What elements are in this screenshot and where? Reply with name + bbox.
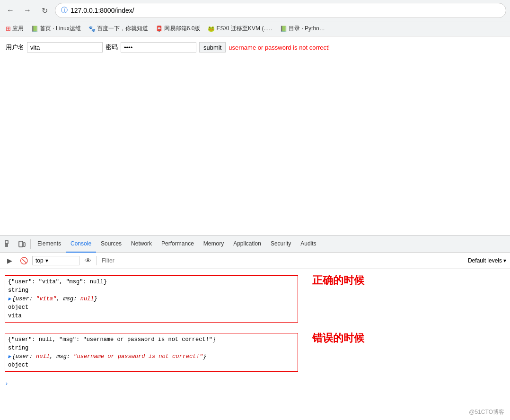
username-label: 用户名: [6, 43, 24, 52]
book-icon-2: 📗: [280, 26, 287, 32]
correct-console-section: {"user": "vita", "msg": null} string ▶{u…: [5, 275, 298, 323]
correct-line-3: ▶{user: "vita", msg: null}: [8, 295, 295, 303]
page-content: 用户名 密码 submit username or password is no…: [0, 36, 510, 235]
error-message: username or password is not correct!: [229, 44, 330, 51]
tab-security[interactable]: Security: [266, 236, 296, 253]
correct-label: 正确的时候: [312, 271, 364, 288]
correct-section-wrapper: {"user": "vita", "msg": null} string ▶{u…: [0, 271, 510, 326]
browser-chrome: ← → ↻ ⓘ 127.0.0.1:8000/index/ ⊞ 应用 📗 首页 …: [0, 0, 510, 36]
tab-memory[interactable]: Memory: [199, 236, 229, 253]
tab-network[interactable]: Network: [126, 236, 157, 253]
error-section-wrapper: {"user": null, "msg": "username or passw…: [0, 329, 510, 376]
username-input[interactable]: [27, 42, 103, 52]
inspect-element-button[interactable]: [2, 237, 15, 251]
bookmark-baidu-label: 百度一下，你就知道: [97, 25, 148, 33]
frog-icon: 🐸: [208, 26, 215, 32]
default-levels-dropdown[interactable]: Default levels ▾: [468, 257, 506, 264]
bookmark-netease-label: 网易邮箱6.0版: [164, 25, 201, 33]
tab-elements[interactable]: Elements: [33, 236, 66, 253]
bookmark-apps-label: 应用: [12, 25, 24, 33]
info-icon: ⓘ: [61, 6, 68, 15]
devtools-panel: Elements Console Sources Network Perform…: [0, 235, 510, 420]
forward-button[interactable]: →: [21, 4, 34, 17]
svg-rect-5: [23, 243, 25, 246]
toolbar-separator: [97, 256, 97, 265]
filter-input[interactable]: [100, 256, 465, 265]
chevron-down-icon: ▾: [45, 257, 48, 264]
bookmark-netease[interactable]: 📮 网易邮箱6.0版: [154, 24, 202, 34]
refresh-button[interactable]: ↻: [38, 4, 51, 17]
watermark: @51CTO博客: [469, 408, 504, 416]
nav-bar: ← → ↻ ⓘ 127.0.0.1:8000/index/: [0, 0, 510, 21]
submit-button[interactable]: submit: [199, 42, 226, 52]
login-form: 用户名 密码 submit username or password is no…: [6, 42, 504, 52]
back-button[interactable]: ←: [4, 4, 17, 17]
error-line-2: string: [8, 344, 295, 352]
devtools-toolbar: ▶ 🚫 top ▾ 👁 Default levels ▾: [0, 253, 510, 269]
bookmark-linux[interactable]: 📗 首页 · Linux运维: [29, 24, 83, 34]
bookmark-esxi[interactable]: 🐸 ESXI 迁移至KVM (..…: [206, 24, 274, 34]
context-selector[interactable]: top ▾: [32, 256, 79, 265]
expand-icon-2[interactable]: ▶: [8, 354, 11, 359]
clear-console-button[interactable]: 🚫: [18, 255, 29, 266]
chevron-down-icon-2: ▾: [503, 257, 506, 264]
password-label: 密码: [106, 43, 118, 52]
error-label: 错误的时候: [312, 329, 364, 345]
tab-console[interactable]: Console: [66, 236, 96, 253]
bookmark-apps[interactable]: ⊞ 应用: [4, 24, 26, 34]
svg-rect-4: [19, 241, 23, 247]
tab-sources[interactable]: Sources: [96, 236, 126, 253]
correct-line-1: {"user": "vita", "msg": null}: [8, 278, 295, 286]
url-display: 127.0.0.1:8000/index/: [70, 7, 134, 14]
error-line-4: object: [8, 361, 295, 369]
address-bar[interactable]: ⓘ 127.0.0.1:8000/index/: [55, 3, 506, 18]
apps-icon: ⊞: [6, 25, 11, 32]
error-line-1: {"user": null, "msg": "username or passw…: [8, 335, 295, 344]
device-toolbar-button[interactable]: [15, 237, 28, 251]
bookmarks-bar: ⊞ 应用 📗 首页 · Linux运维 🐾 百度一下，你就知道 📮 网易邮箱6.…: [0, 21, 510, 36]
tab-audits[interactable]: Audits: [296, 236, 321, 253]
error-console-section: {"user": null, "msg": "username or passw…: [5, 333, 298, 372]
bookmark-esxi-label: ESXI 迁移至KVM (..…: [216, 25, 273, 33]
bookmark-linux-label: 首页 · Linux运维: [40, 25, 81, 33]
bookmark-python-label: 目录 · Pytho…: [289, 25, 325, 33]
execute-script-button[interactable]: ▶: [4, 255, 15, 266]
tab-separator: [30, 239, 31, 249]
correct-line-2: string: [8, 286, 295, 295]
console-prompt[interactable]: ›: [0, 378, 510, 389]
default-levels-label: Default levels: [468, 257, 502, 264]
console-content: {"user": "vita", "msg": null} string ▶{u…: [0, 269, 510, 420]
expand-icon-1[interactable]: ▶: [8, 296, 11, 302]
tab-performance[interactable]: Performance: [157, 236, 199, 253]
bookmark-baidu[interactable]: 🐾 百度一下，你就知道: [87, 24, 150, 34]
password-input[interactable]: [121, 42, 196, 52]
correct-line-4: object: [8, 303, 295, 312]
correct-line-5: vita: [8, 312, 295, 320]
book-icon-1: 📗: [31, 26, 38, 32]
baidu-icon: 🐾: [88, 26, 96, 32]
mail-icon: 📮: [156, 26, 163, 32]
eye-icon[interactable]: 👁: [82, 255, 94, 266]
devtools-tabs: Elements Console Sources Network Perform…: [0, 236, 510, 253]
svg-rect-0: [5, 241, 8, 244]
tab-application[interactable]: Application: [229, 236, 266, 253]
bookmark-python[interactable]: 📗 目录 · Pytho…: [278, 24, 327, 34]
error-line-3: ▶{user: null, msg: "username or password…: [8, 352, 295, 361]
context-label: top: [35, 257, 44, 264]
